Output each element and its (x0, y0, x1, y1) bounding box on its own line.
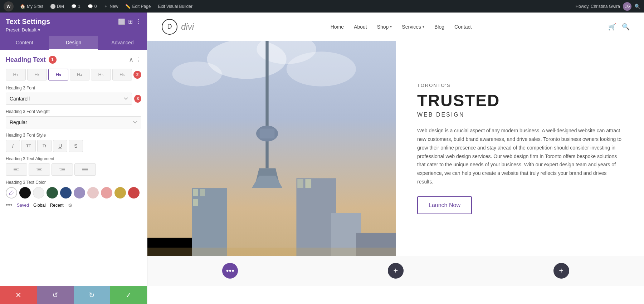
align-center-btn[interactable] (29, 163, 50, 176)
site-menu: Home About Shop ▾ Services ▾ Blog Contac… (331, 24, 472, 30)
sites-icon: 🏠 (20, 4, 25, 9)
align-justify-btn[interactable] (74, 163, 96, 176)
color-saved-label[interactable]: Saved (17, 203, 29, 208)
cart-icon[interactable]: 🛒 (608, 23, 616, 31)
menu-contact[interactable]: Contact (454, 24, 472, 30)
color-pink-swatch[interactable] (101, 187, 112, 198)
color-global-label[interactable]: Global (33, 203, 46, 208)
hero-body: Web design is a crucial aspect of any mo… (417, 127, 623, 186)
menu-shop[interactable]: Shop ▾ (377, 24, 392, 30)
tab-content[interactable]: Content (0, 36, 49, 50)
menu-home[interactable]: Home (331, 24, 344, 30)
svg-point-17 (172, 62, 222, 86)
color-lavender-swatch[interactable] (74, 187, 85, 198)
resize-icon[interactable]: ⬜ (118, 18, 125, 25)
heading-h4-btn[interactable]: H₄ (70, 69, 90, 80)
svg-point-12 (10, 194, 10, 195)
svg-rect-25 (192, 188, 227, 256)
admin-bar-edit-page[interactable]: ✏️ Edit Page (122, 3, 153, 10)
admin-bar-bubbles[interactable]: 🗨️ 0 (85, 3, 100, 10)
menu-about[interactable]: About (354, 24, 367, 30)
badge-1: 1 (49, 56, 57, 64)
fab-container: ••• + + (147, 256, 644, 286)
launch-now-button[interactable]: Launch Now (417, 196, 472, 214)
color-dark-green-swatch[interactable] (47, 187, 58, 198)
color-dots[interactable]: ••• (6, 201, 13, 209)
h3-weight-select[interactable]: Regular Bold 300 500 700 (6, 116, 141, 128)
heading-h2-btn[interactable]: H₂ (27, 69, 47, 80)
admin-bar-new[interactable]: ＋ New (101, 2, 121, 11)
menu-blog[interactable]: Blog (434, 24, 444, 30)
collapse-icon[interactable]: ∧ (129, 56, 133, 64)
color-recent-label[interactable]: Recent (50, 203, 64, 208)
h3-font-label: Heading 3 Font (6, 85, 141, 90)
section-controls: ∧ ⋮ (129, 56, 141, 64)
caps-btn[interactable]: Tt (37, 140, 52, 152)
heading-h5-btn[interactable]: H₅ (91, 69, 111, 80)
svg-rect-31 (305, 179, 311, 188)
color-picker-btn[interactable] (6, 187, 17, 198)
heading-h6-btn[interactable]: H₆ (112, 69, 132, 80)
tab-design[interactable]: Design (49, 36, 98, 50)
undo-button[interactable]: ↺ (37, 286, 74, 304)
svg-rect-29 (296, 178, 336, 256)
redo-button[interactable]: ↻ (74, 286, 111, 304)
admin-bar-comments[interactable]: 💬 1 (68, 3, 83, 10)
fab-options-button[interactable]: ••• (222, 263, 238, 279)
hero-subtitle: TORONTO'S (417, 83, 623, 88)
color-light-pink-swatch[interactable] (87, 187, 99, 198)
admin-bar-exit-builder[interactable]: Exit Visual Builder (155, 3, 195, 10)
columns-icon[interactable]: ⊞ (128, 18, 133, 25)
italic-style-btn[interactable]: I (6, 140, 20, 152)
color-white-swatch[interactable] (33, 187, 44, 198)
dots-icon: ••• (226, 266, 234, 275)
save-button[interactable]: ✓ (110, 286, 147, 304)
panel-header: Text Settings ⬜ ⊞ ⋮ Preset: Default ▾ (0, 13, 147, 36)
color-settings-icon[interactable]: ⚙ (68, 202, 73, 208)
shop-arrow-icon: ▾ (390, 25, 392, 29)
section-title: Heading Text 1 (6, 56, 57, 64)
h3-align-label: Heading 3 Text Alignment (6, 156, 141, 161)
services-arrow-icon: ▾ (423, 25, 424, 29)
h3-weight-label: Heading 3 Font Weight (6, 109, 141, 114)
small-caps-btn[interactable]: TT (21, 140, 36, 152)
tab-advanced[interactable]: Advanced (98, 36, 147, 50)
bottom-action-bar: ✕ ↺ ↻ ✓ (0, 286, 147, 304)
logo-circle: D (162, 19, 177, 35)
strikethrough-btn[interactable]: S (69, 140, 83, 152)
h3-font-select[interactable]: Cantarell Arial Georgia Open Sans Roboto (6, 93, 132, 105)
pencil-icon: ✏️ (125, 4, 131, 9)
site-logo: D divi (162, 19, 194, 35)
heading-h1-btn[interactable]: H₁ (6, 69, 26, 80)
svg-rect-28 (193, 199, 198, 206)
admin-bar-divi[interactable]: Divi (48, 3, 67, 10)
user-avatar[interactable]: CG (623, 2, 631, 11)
hero-section: TORONTO'S TRUSTED WEB DESIGN Web design … (147, 41, 644, 256)
color-black-swatch[interactable] (19, 187, 31, 198)
align-right-btn[interactable] (52, 163, 73, 176)
align-left-btn[interactable] (6, 163, 27, 176)
color-dark-blue-swatch[interactable] (60, 187, 72, 198)
wp-logo-icon[interactable]: W (4, 1, 14, 11)
divi-logo-icon (50, 4, 55, 9)
underline-btn[interactable]: U (53, 140, 67, 152)
menu-services[interactable]: Services ▾ (402, 24, 424, 30)
section-more-icon[interactable]: ⋮ (136, 57, 141, 63)
color-red-swatch[interactable] (128, 187, 140, 198)
fab-add-1-button[interactable]: + (388, 263, 404, 279)
logo-brand: divi (181, 22, 194, 32)
admin-bar-mysites[interactable]: 🏠 My Sites (17, 3, 46, 10)
heading-h3-btn[interactable]: H₃ (48, 69, 68, 80)
logo-letter: D (167, 23, 172, 30)
color-gold-swatch[interactable] (114, 187, 126, 198)
hero-image (147, 41, 396, 256)
more-options-icon[interactable]: ⋮ (136, 18, 141, 25)
svg-rect-30 (297, 179, 303, 188)
svg-rect-22 (260, 128, 275, 138)
fab-add-2-button[interactable]: + (553, 263, 569, 279)
search-nav-icon[interactable]: 🔍 (622, 23, 630, 31)
svg-rect-18 (265, 41, 268, 168)
admin-search-icon[interactable]: 🔍 (634, 4, 640, 9)
cancel-button[interactable]: ✕ (0, 286, 37, 304)
panel-preset[interactable]: Preset: Default ▾ (6, 27, 141, 33)
